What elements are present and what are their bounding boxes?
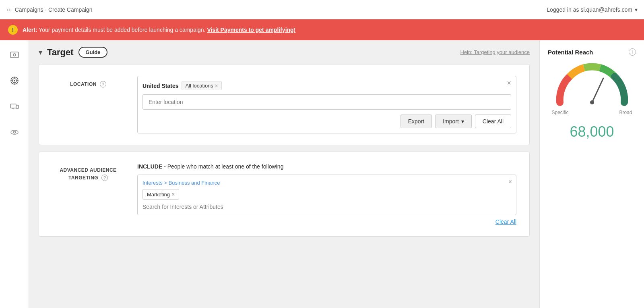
svg-rect-0 [10, 52, 19, 58]
page-title: Target [47, 47, 74, 58]
alert-warning-icon: ! [8, 25, 18, 35]
broad-label: Broad [619, 110, 632, 115]
export-button[interactable]: Export [400, 114, 432, 128]
content-area: ▾ Target Guide Help: Targeting your audi… [29, 40, 539, 308]
location-actions: Export Import ▾ Clear All [142, 114, 511, 128]
sidebar-icon-dollar[interactable] [6, 47, 23, 63]
alert-message: Your payment details must be added befor… [39, 27, 207, 33]
import-button[interactable]: Import ▾ [435, 114, 472, 128]
sidebar-icon-eye[interactable] [6, 124, 23, 140]
location-tag-remove-icon[interactable]: × [215, 83, 218, 89]
clear-all-button[interactable]: Clear All [475, 114, 511, 128]
gauge-svg [552, 62, 632, 106]
audience-clear-all-link[interactable]: Clear All [495, 219, 516, 225]
target-section: ▾ Target Guide Help: Targeting your audi… [29, 40, 539, 250]
advanced-content: INCLUDE - People who match at least one … [137, 163, 516, 225]
sidebar [0, 40, 29, 308]
alert-link[interactable]: Visit Payments to get amplifying! [207, 27, 295, 33]
alert-text: Alert: Your payment details must be adde… [23, 27, 636, 33]
import-label: Import [443, 118, 459, 125]
location-input[interactable] [142, 94, 511, 110]
include-description: - People who match at least one of the f… [164, 163, 283, 170]
svg-rect-9 [10, 104, 16, 108]
target-title-group: ▾ Target Guide [39, 47, 107, 58]
location-close-icon[interactable]: × [507, 79, 511, 87]
svg-rect-10 [16, 105, 19, 108]
target-collapse-icon[interactable]: ▾ [39, 48, 42, 57]
gauge-labels: Specific Broad [552, 110, 632, 115]
specific-label: Specific [552, 110, 569, 115]
import-caret-icon: ▾ [461, 118, 464, 125]
audience-tag-text: Marketing [147, 191, 170, 198]
audience-search-row [142, 204, 511, 210]
main-layout: ▾ Target Guide Help: Targeting your audi… [0, 40, 644, 308]
audience-box: × Interests > Business and Finance Marke… [137, 175, 516, 215]
panel-info-icon[interactable]: i [629, 48, 636, 56]
svg-point-15 [590, 100, 594, 104]
svg-point-12 [11, 130, 18, 134]
sidebar-icon-devices[interactable] [6, 98, 23, 114]
export-label: Export [408, 118, 424, 125]
location-box: × United States All locations × [137, 76, 516, 133]
reach-number: 68,000 [570, 123, 614, 140]
breadcrumb: Campaigns - Create Campaign [15, 6, 93, 13]
alert-banner: ! Alert: Your payment details must be ad… [0, 19, 644, 40]
top-nav: ›› Campaigns - Create Campaign Logged in… [0, 0, 644, 19]
location-card: LOCATION ? × United States All locations… [39, 64, 530, 145]
audience-tag: Marketing × [142, 189, 179, 200]
audience-path: Interests > Business and Finance [142, 180, 511, 186]
gauge-container [552, 62, 632, 106]
include-strong: INCLUDE [137, 163, 162, 170]
advanced-audience-row: ADVANCED AUDIENCE TARGETING ? INCLUDE - … [52, 163, 516, 225]
svg-point-4 [14, 80, 15, 81]
panel-title: Potential Reach [548, 49, 593, 56]
panel-title-row: Potential Reach i [548, 48, 636, 56]
nav-arrows-icon: ›› [6, 6, 11, 13]
location-tags: United States All locations × [142, 81, 511, 90]
location-content: × United States All locations × [137, 76, 516, 133]
user-dropdown-caret[interactable]: ▾ [635, 6, 638, 13]
user-info-text: Logged in as si.quan@ahrefs.com [547, 6, 632, 13]
advanced-label-col: ADVANCED AUDIENCE TARGETING ? [52, 163, 124, 182]
location-tag: All locations × [182, 81, 222, 90]
location-label: LOCATION [70, 81, 97, 87]
advanced-label: ADVANCED AUDIENCE TARGETING [60, 167, 116, 181]
sidebar-icon-target[interactable] [6, 73, 23, 89]
audience-path-text: Interests > Business and Finance [142, 180, 220, 186]
audience-search-input[interactable] [142, 204, 511, 210]
audience-close-icon[interactable]: × [508, 178, 512, 185]
audience-tag-remove-icon[interactable]: × [171, 191, 175, 198]
user-info-area: Logged in as si.quan@ahrefs.com ▾ [547, 6, 638, 13]
target-header: ▾ Target Guide Help: Targeting your audi… [39, 47, 530, 58]
svg-line-14 [592, 78, 603, 102]
location-country: United States [142, 83, 178, 89]
guide-button[interactable]: Guide [78, 47, 108, 58]
location-row: LOCATION ? × United States All locations… [52, 76, 516, 133]
advanced-help-icon[interactable]: ? [101, 175, 108, 181]
location-tag-text: All locations [185, 83, 213, 89]
breadcrumb-area: ›› Campaigns - Create Campaign [6, 6, 93, 13]
right-panel: Potential Reach i [539, 40, 644, 308]
svg-point-13 [13, 131, 15, 133]
location-label-col: LOCATION ? [52, 76, 124, 87]
location-help-icon[interactable]: ? [100, 81, 106, 87]
help-link[interactable]: Help: Targeting your audience [460, 49, 530, 55]
svg-point-1 [13, 54, 16, 56]
include-text: INCLUDE - People who match at least one … [137, 163, 516, 170]
advanced-audience-card: ADVANCED AUDIENCE TARGETING ? INCLUDE - … [39, 152, 530, 237]
alert-prefix: Alert: [23, 27, 37, 33]
